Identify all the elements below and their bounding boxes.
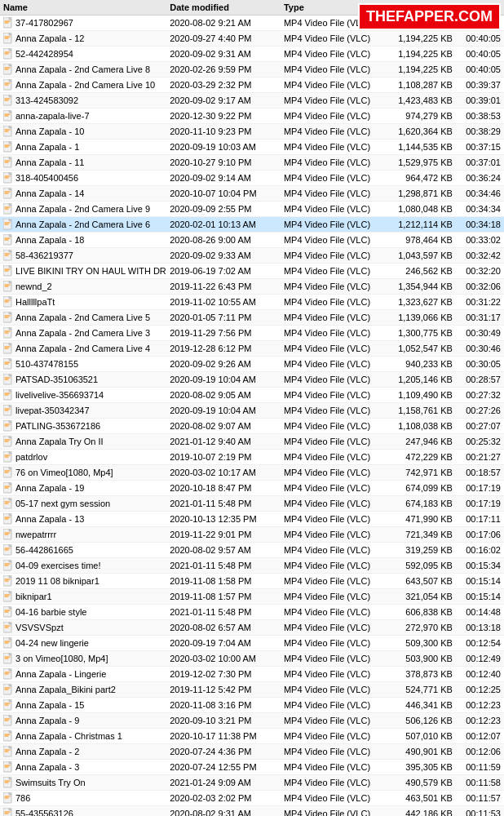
file-date-cell: 2021-01-11 5:48 PM bbox=[166, 605, 281, 620]
svg-rect-119 bbox=[5, 628, 9, 628]
file-type-cell: MP4 Video File (VLC) bbox=[281, 372, 386, 388]
svg-rect-17 bbox=[5, 100, 9, 101]
file-icon bbox=[3, 327, 13, 339]
svg-rect-91 bbox=[5, 486, 11, 487]
col-header-date[interactable]: Date modified bbox=[166, 0, 281, 16]
table-row[interactable]: PATSAD-3510635212020-09-19 10:04 AMMP4 V… bbox=[0, 372, 504, 388]
file-name-text: 04-09 exercises time! bbox=[15, 561, 101, 570]
table-row[interactable]: Anna Zapala - 92020-09-10 3:21 PMMP4 Vid… bbox=[0, 713, 504, 729]
file-icon bbox=[3, 777, 13, 788]
file-type-cell: MP4 Video File (VLC) bbox=[281, 93, 386, 109]
table-row[interactable]: Anna Zapala - 142020-10-07 10:04 PMMP4 V… bbox=[0, 186, 504, 202]
table-row[interactable]: Anna Zapala - 102020-11-10 9:23 PMMP4 Vi… bbox=[0, 124, 504, 140]
file-duration-cell: 00:12:23 bbox=[456, 698, 504, 713]
file-type-cell: MP4 Video File (VLC) bbox=[281, 512, 386, 527]
file-type-cell: MP4 Video File (VLC) bbox=[281, 419, 386, 434]
table-row[interactable]: newnd_22019-11-22 6:43 PMMP4 Video File … bbox=[0, 279, 504, 295]
file-name-text: HalllllpaTt bbox=[15, 297, 55, 307]
table-row[interactable]: Anna Zapala - 182020-08-26 9:00 AMMP4 Vi… bbox=[0, 233, 504, 248]
svg-rect-32 bbox=[5, 178, 9, 179]
table-row[interactable]: Anna Zapala - 2nd Camera Live 82020-02-2… bbox=[0, 62, 504, 78]
file-size-cell: 1,529,975 KB bbox=[386, 155, 456, 171]
svg-rect-76 bbox=[5, 409, 11, 410]
table-row[interactable]: patdrlov2019-10-07 2:19 PMMP4 Video File… bbox=[0, 450, 504, 465]
table-row[interactable]: Anna Zapala - Lingerie2019-12-02 7:30 PM… bbox=[0, 667, 504, 682]
svg-rect-5 bbox=[5, 38, 9, 39]
table-row[interactable]: Anna Zapala_Bikini part22019-11-12 5:42 … bbox=[0, 682, 504, 698]
table-row[interactable]: HalllllpaTt2019-11-02 10:55 AMMP4 Video … bbox=[0, 295, 504, 310]
file-icon bbox=[3, 529, 13, 540]
file-type-cell: MP4 Video File (VLC) bbox=[281, 434, 386, 450]
table-row[interactable]: Swimsuits Try On2021-01-24 9:09 AMMP4 Vi… bbox=[0, 775, 504, 791]
svg-rect-103 bbox=[5, 548, 11, 549]
table-row[interactable]: 3 on Vimeo[1080, Mp4]2020-03-02 10:00 AM… bbox=[0, 651, 504, 667]
svg-rect-62 bbox=[5, 333, 9, 334]
svg-rect-130 bbox=[5, 688, 11, 689]
file-type-cell: MP4 Video File (VLC) bbox=[281, 47, 386, 62]
table-row[interactable]: Anna Zapala - 132020-10-13 12:35 PMMP4 V… bbox=[0, 512, 504, 527]
table-row[interactable]: VSVSVSpzt2020-08-02 6:57 AMMP4 Video Fil… bbox=[0, 620, 504, 636]
table-row[interactable]: Anna Zapala - 122020-09-27 4:40 PMMP4 Vi… bbox=[0, 31, 504, 47]
table-row[interactable]: 04-09 exercises time!2021-01-11 5:48 PMM… bbox=[0, 558, 504, 574]
table-row[interactable]: PATLING-3536721862020-08-02 9:07 AMMP4 V… bbox=[0, 419, 504, 434]
table-row[interactable]: Anna Zapala Try On II2021-01-12 9:40 AMM… bbox=[0, 434, 504, 450]
table-row[interactable]: Anna Zapala - 12020-09-19 10:03 AMMP4 Vi… bbox=[0, 140, 504, 155]
svg-rect-133 bbox=[5, 703, 11, 704]
table-row[interactable]: livepat-3503423472020-09-19 10:04 AMMP4 … bbox=[0, 403, 504, 419]
table-row[interactable]: livelivelive-3566937142020-08-02 9:05 AM… bbox=[0, 388, 504, 403]
file-icon bbox=[3, 560, 13, 571]
file-date-cell: 2020-08-02 9:31 AM bbox=[166, 806, 281, 817]
table-row[interactable]: Anna Zapala - 32020-07-24 12:55 PMMP4 Vi… bbox=[0, 760, 504, 775]
file-size-cell: 1,298,871 KB bbox=[386, 186, 456, 202]
table-row[interactable]: 56-4428616652020-08-02 9:57 AMMP4 Video … bbox=[0, 543, 504, 558]
table-row[interactable]: Anna Zapala - 2nd Camera Live 92020-09-0… bbox=[0, 202, 504, 217]
table-row[interactable]: 2019 11 08 biknipar12019-11-08 1:58 PMMP… bbox=[0, 574, 504, 589]
table-row[interactable]: LIVE BIKINI TRY ON HAUL WITH DRESSL...20… bbox=[0, 264, 504, 279]
table-row[interactable]: 52-4424289542020-09-02 9:31 AMMP4 Video … bbox=[0, 47, 504, 62]
table-row[interactable]: Anna Zapala - 2nd Camera Live 102020-03-… bbox=[0, 78, 504, 93]
table-row[interactable]: 05-17 next gym session2021-01-11 5:48 PM… bbox=[0, 496, 504, 512]
file-name-cell: newnd_2 bbox=[0, 279, 166, 295]
table-row[interactable]: 510-4374781​552020-09-02 9:26 AMMP4 Vide… bbox=[0, 357, 504, 372]
table-row[interactable]: Anna Zapala - 112020-10-27 9:10 PMMP4 Vi… bbox=[0, 155, 504, 171]
file-date-cell: 2020-08-02 9:07 AM bbox=[166, 419, 281, 434]
table-row[interactable]: Anna Zapala - 152020-11-08 3:16 PMMP4 Vi… bbox=[0, 698, 504, 713]
table-row[interactable]: Anna Zapala - 2nd Camera Live 42019-12-2… bbox=[0, 341, 504, 357]
file-name-cell: Anna Zapala - 2nd Camera Live 5 bbox=[0, 310, 166, 326]
table-row[interactable]: 58-4362193772020-09-02 9:33 AMMP4 Video … bbox=[0, 248, 504, 264]
svg-rect-20 bbox=[5, 116, 9, 117]
file-type-cell: MP4 Video File (VLC) bbox=[281, 713, 386, 729]
svg-rect-155 bbox=[5, 814, 9, 814]
table-row[interactable]: nwepatrrrr2019-11-22 9:01 PMMP4 Video Fi… bbox=[0, 527, 504, 543]
file-duration-cell: 00:34:34 bbox=[456, 202, 504, 217]
table-row[interactable]: 04-16 barbie style2021-01-11 5:48 PMMP4 … bbox=[0, 605, 504, 620]
table-row[interactable]: 55-4355631262020-08-02 9:31 AMMP4 Video … bbox=[0, 806, 504, 817]
col-header-name[interactable]: Name bbox=[0, 0, 166, 16]
file-date-cell: 2021-01-11 5:48 PM bbox=[166, 496, 281, 512]
file-date-cell: 2020-09-09 2:55 PM bbox=[166, 202, 281, 217]
table-row[interactable]: anna-zapala-live-72020-12-30 9:22 PMMP4 … bbox=[0, 109, 504, 124]
table-row[interactable]: Anna Zapala - 2nd Camera Live 52020-01-0… bbox=[0, 310, 504, 326]
table-row[interactable]: Anna Zapala - 2nd Camera Live 62020-02-0… bbox=[0, 217, 504, 233]
file-icon bbox=[3, 606, 13, 618]
table-row[interactable]: Anna Zapala - 2nd Camera Live 32019-11-2… bbox=[0, 326, 504, 341]
file-duration-cell: 00:39:01 bbox=[456, 93, 504, 109]
file-name-text: LIVE BIKINI TRY ON HAUL WITH DRESSL... bbox=[15, 266, 166, 276]
file-name-cell: Anna Zapala - 18 bbox=[0, 233, 166, 248]
svg-rect-64 bbox=[5, 347, 11, 348]
table-row[interactable]: 313-4245830922020-09-02 9:17 AMMP4 Video… bbox=[0, 93, 504, 109]
file-type-cell: MP4 Video File (VLC) bbox=[281, 78, 386, 93]
table-row[interactable]: 04-24 new lingerie2020-09-19 7:04 AMMP4 … bbox=[0, 636, 504, 651]
file-size-cell: 319,259 KB bbox=[386, 543, 456, 558]
file-type-cell: MP4 Video File (VLC) bbox=[281, 140, 386, 155]
table-row[interactable]: Anna Zapala - 192020-10-18 8:47 PMMP4 Vi… bbox=[0, 481, 504, 496]
file-size-cell: 592,095 KB bbox=[386, 558, 456, 574]
table-row[interactable]: 318-4054004562020-09-02 9:14 AMMP4 Video… bbox=[0, 171, 504, 186]
table-row[interactable]: biknipar12019-11-08 1:57 PMMP4 Video Fil… bbox=[0, 589, 504, 605]
table-row[interactable]: Anna Zapala - Christmas 12020-10-17 11:3… bbox=[0, 729, 504, 744]
file-duration-cell: 00:36:24 bbox=[456, 171, 504, 186]
table-row[interactable]: 76 on Vimeo[1080, Mp4]2020-03-02 10:17 A… bbox=[0, 465, 504, 481]
file-icon bbox=[3, 684, 13, 695]
table-row[interactable]: 7862020-02-03 2:02 PMMP4 Video File (VLC… bbox=[0, 791, 504, 806]
table-row[interactable]: Anna Zapala - 22020-07-24 4:36 PMMP4 Vid… bbox=[0, 744, 504, 760]
